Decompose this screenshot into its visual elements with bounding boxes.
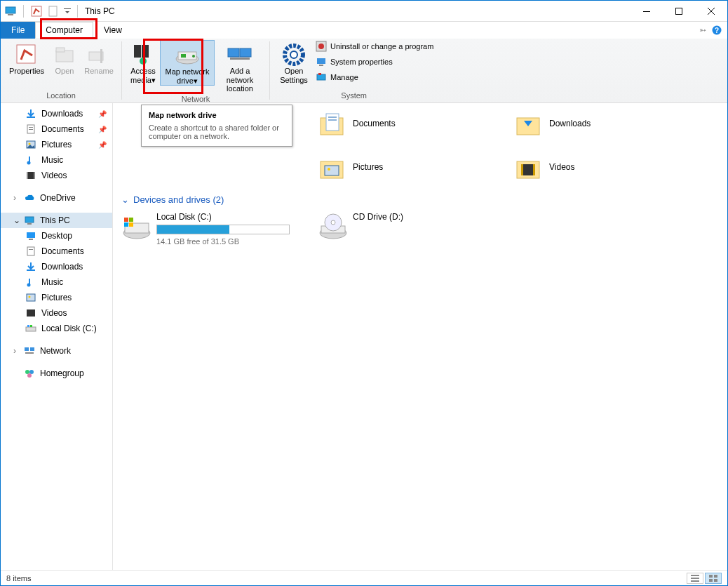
svg-rect-72 <box>521 164 523 175</box>
tab-extras: ➳ ? <box>699 22 727 39</box>
nav-thispc[interactable]: ⌄ This PC <box>1 213 112 228</box>
properties-qat-icon[interactable] <box>29 4 43 18</box>
help-icon[interactable]: ? <box>712 25 722 35</box>
svg-point-49 <box>27 284 31 287</box>
svg-rect-55 <box>30 325 32 327</box>
svg-rect-63 <box>326 114 339 131</box>
folder-pictures[interactable]: Pictures <box>318 151 486 183</box>
uninstall-icon <box>315 40 328 53</box>
svg-rect-47 <box>29 249 33 250</box>
thispc-icon <box>4 4 18 18</box>
drive-local-disk[interactable]: Local Disk (C:) 14.1 GB free of 31.5 GB <box>121 212 290 246</box>
navigation-pane: Downloads📌 Documents📌 Pictures📌 Music Vi… <box>1 103 113 570</box>
svg-rect-48 <box>27 269 35 271</box>
details-view-toggle[interactable] <box>687 573 703 584</box>
svg-rect-50 <box>27 294 35 301</box>
pictures-icon <box>25 138 37 151</box>
homegroup-icon <box>23 367 36 380</box>
svg-rect-79 <box>129 222 133 227</box>
tab-file[interactable]: File <box>1 22 35 39</box>
new-qat-icon[interactable] <box>46 4 60 18</box>
nav-quick-videos[interactable]: Videos <box>1 168 112 183</box>
nav-quick-music[interactable]: Music <box>1 152 112 168</box>
folder-videos[interactable]: Videos <box>514 151 682 183</box>
svg-rect-29 <box>319 65 323 66</box>
svg-rect-2 <box>32 6 41 16</box>
folders-row-2: Pictures Videos <box>121 151 719 183</box>
nav-quick-downloads[interactable]: Downloads📌 <box>1 106 112 121</box>
svg-rect-14 <box>134 45 141 58</box>
svg-point-20 <box>192 55 195 58</box>
svg-rect-22 <box>240 48 251 57</box>
close-button[interactable] <box>695 1 727 22</box>
properties-button[interactable]: Properties <box>5 40 48 76</box>
svg-rect-32 <box>27 116 35 118</box>
qat-dropdown-icon[interactable] <box>63 4 72 18</box>
nav-label: Documents <box>41 124 84 134</box>
ribbon-group-system: Open Settings Uninstall or change a prog… <box>270 39 438 102</box>
nav-videos[interactable]: Videos <box>1 305 112 321</box>
svg-rect-19 <box>181 54 186 58</box>
status-bar: 8 items <box>1 570 727 585</box>
downloads-icon <box>25 107 37 120</box>
drive-icon <box>25 322 37 335</box>
devices-section-header[interactable]: ⌄ Devices and drives (2) <box>121 194 719 205</box>
chevron-right-icon[interactable]: › <box>13 346 19 356</box>
documents-icon <box>25 245 37 258</box>
nav-homegroup[interactable]: Homegroup <box>1 366 112 381</box>
system-properties-link[interactable]: System properties <box>315 55 433 68</box>
pin-icon: 📌 <box>98 110 107 118</box>
access-media-label: Access media▾ <box>128 67 159 84</box>
music-icon <box>25 276 37 288</box>
nav-network[interactable]: › Network <box>1 343 112 359</box>
svg-rect-1 <box>8 14 13 15</box>
uninstall-link[interactable]: Uninstall or change a program <box>315 40 433 53</box>
svg-rect-56 <box>25 347 29 351</box>
nav-local-disk[interactable]: Local Disk (C:) <box>1 321 112 336</box>
map-network-drive-tooltip: Map network drive Create a shortcut to a… <box>141 105 292 147</box>
tiles-view-toggle[interactable] <box>705 573 722 584</box>
pictures-icon <box>25 291 37 304</box>
music-icon <box>25 154 37 166</box>
nav-documents[interactable]: Documents <box>1 244 112 259</box>
maximize-button[interactable] <box>663 1 695 22</box>
system-links: Uninstall or change a program System pro… <box>314 40 433 84</box>
nav-desktop[interactable]: Desktop <box>1 228 112 244</box>
map-network-drive-button[interactable]: Map network drive▾ <box>160 40 215 86</box>
folder-downloads[interactable]: Downloads <box>514 107 682 140</box>
nav-pictures[interactable]: Pictures <box>1 290 112 305</box>
nav-music[interactable]: Music <box>1 274 112 290</box>
pictures-folder-icon <box>318 153 346 181</box>
chevron-right-icon[interactable]: › <box>13 193 19 203</box>
folder-documents[interactable]: Documents <box>318 107 486 140</box>
drive-free-label: 14.1 GB free of 31.5 GB <box>156 237 290 246</box>
nav-downloads[interactable]: Downloads <box>1 259 112 274</box>
documents-folder-icon <box>318 109 346 138</box>
nav-onedrive[interactable]: › OneDrive <box>1 190 112 206</box>
chevron-down-icon[interactable]: ⌄ <box>13 215 19 225</box>
main-area: Downloads📌 Documents📌 Pictures📌 Music Vi… <box>1 103 727 570</box>
nav-quick-pictures[interactable]: Pictures📌 <box>1 137 112 152</box>
downloads-icon <box>25 260 37 273</box>
add-network-location-button[interactable]: Add a network location <box>215 40 265 93</box>
content-pane: Documents Downloads Pictures Videos ⌄ De… <box>113 103 727 570</box>
svg-rect-5 <box>643 11 650 12</box>
drive-cd[interactable]: CD Drive (D:) <box>318 212 486 246</box>
svg-rect-45 <box>29 239 33 240</box>
nav-quick-documents[interactable]: Documents📌 <box>1 121 112 137</box>
access-media-button[interactable]: Access media▾ <box>126 40 160 84</box>
svg-rect-11 <box>56 48 65 52</box>
svg-point-25 <box>290 51 297 58</box>
drive-usage-fill <box>157 225 229 234</box>
drive-usage-meter <box>156 225 290 234</box>
svg-rect-34 <box>29 127 33 128</box>
map-drive-label: Map network drive▾ <box>162 67 213 85</box>
tab-view[interactable]: View <box>93 22 133 39</box>
manage-link[interactable]: Manage <box>315 71 433 84</box>
tab-computer[interactable]: Computer <box>35 22 93 39</box>
manage-label: Manage <box>330 73 358 81</box>
minimize-button[interactable] <box>631 1 663 22</box>
svg-rect-58 <box>25 352 34 354</box>
minimize-ribbon-icon[interactable]: ➳ <box>699 25 706 35</box>
open-settings-button[interactable]: Open Settings <box>274 40 314 84</box>
